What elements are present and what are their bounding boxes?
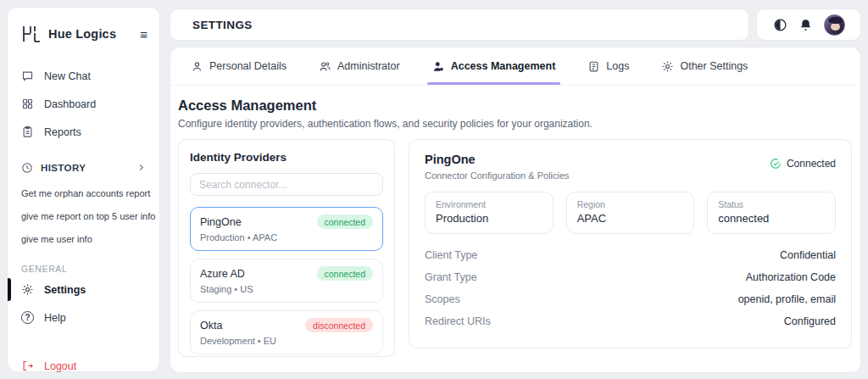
tab-label: Access Management [451, 60, 556, 72]
section-description: Configure identity providers, authentica… [178, 118, 852, 130]
dashboard-grid-icon [21, 98, 34, 110]
identity-providers-title: Identity Providers [190, 151, 383, 164]
detail-row-client-type: Client Type Confidential [425, 244, 836, 266]
sidebar-item-help[interactable]: ? Help [8, 304, 159, 332]
gear-icon [21, 283, 34, 296]
help-icon: ? [21, 311, 34, 324]
tab-label: Administrator [337, 60, 400, 72]
history-clock-icon[interactable] [773, 18, 787, 32]
connection-status: Connected [770, 158, 836, 170]
check-circle-icon [770, 158, 782, 170]
detail-label: Client Type [425, 249, 477, 261]
person-icon [191, 60, 203, 73]
sidebar-item-label: Settings [44, 284, 86, 296]
page-header: SETTINGS [170, 8, 749, 41]
app-title: Hue Logics [48, 27, 116, 41]
provider-name: PingOne [200, 216, 242, 228]
sidebar-header: Hue Logics ≡ [8, 8, 159, 52]
sidebar-item-label: Reports [44, 126, 81, 138]
info-value: APAC [577, 212, 684, 225]
tab-other-settings[interactable]: Other Settings [661, 47, 748, 85]
user-avatar[interactable] [824, 14, 845, 36]
provider-detail: Development • EU [200, 336, 373, 346]
history-chat-item[interactable]: give me user info [8, 227, 159, 250]
page-title: SETTINGS [170, 19, 253, 31]
logout-button[interactable]: Logout [8, 352, 159, 379]
logs-icon [587, 60, 600, 73]
tab-personal-details[interactable]: Personal Details [191, 47, 287, 85]
provider-name: Azure AD [200, 268, 245, 280]
info-card-status: Status connected [707, 192, 836, 234]
chevron-right-icon[interactable] [136, 163, 146, 174]
info-label: Environment [436, 199, 542, 209]
chat-icon [21, 70, 34, 82]
history-chat-item[interactable]: give me report on top 5 user info [8, 204, 159, 227]
gear-icon [661, 60, 674, 73]
section-title: Access Management [178, 98, 852, 114]
logout-icon [21, 359, 34, 372]
tab-label: Personal Details [209, 60, 287, 72]
bell-icon[interactable] [798, 18, 813, 32]
people-icon [319, 60, 331, 73]
person-gear-icon [432, 60, 445, 73]
history-chat-item[interactable]: Get me orphan accounts report [8, 181, 159, 204]
tab-logs[interactable]: Logs [587, 47, 629, 85]
info-value: Production [436, 212, 542, 225]
general-section-label: GENERAL [8, 259, 159, 276]
detail-label: Grant Type [425, 271, 477, 283]
identity-providers-panel: Identity Providers PingOne connected Pro… [178, 139, 395, 357]
header-actions [756, 8, 861, 41]
tab-label: Other Settings [680, 60, 748, 72]
detail-value: Confidential [780, 249, 836, 261]
settings-content: Personal Details Administrator Access Ma… [170, 47, 861, 373]
sidebar-item-label: New Chat [44, 70, 91, 82]
clock-icon [21, 162, 33, 174]
info-label: Region [577, 199, 684, 209]
connector-subtitle: Connector Configuration & Policies [425, 170, 570, 181]
connector-detail-panel: PingOne Connector Configuration & Polici… [409, 139, 852, 348]
sidebar-item-new-chat[interactable]: New Chat [8, 62, 159, 90]
info-card-environment: Environment Production [425, 192, 554, 234]
sidebar-item-reports[interactable]: Reports [8, 118, 159, 146]
status-badge: connected [317, 215, 373, 229]
detail-row-scopes: Scopes openid, profile, email [425, 288, 836, 310]
sidebar-item-dashboard[interactable]: Dashboard [8, 90, 159, 118]
connection-status-label: Connected [787, 158, 836, 170]
settings-tabs: Personal Details Administrator Access Ma… [170, 47, 860, 86]
status-badge: disconnected [305, 318, 373, 332]
info-card-region: Region APAC [566, 192, 695, 234]
provider-detail: Staging • US [200, 284, 373, 294]
provider-detail: Production • APAC [200, 232, 373, 242]
hue-logics-logo-icon [19, 23, 42, 45]
sidebar-history-header[interactable]: HISTORY [8, 154, 159, 181]
tab-label: Logs [606, 60, 629, 72]
detail-value: Authorization Code [746, 271, 836, 283]
sidebar-item-settings[interactable]: Settings [8, 276, 159, 304]
sidebar-item-label: Dashboard [44, 98, 96, 110]
clipboard-icon [21, 125, 34, 138]
detail-value: openid, profile, email [738, 293, 836, 305]
provider-card-azure-ad[interactable]: Azure AD connected Staging • US [190, 259, 383, 303]
provider-card-okta[interactable]: Okta disconnected Development • EU [190, 310, 383, 354]
detail-row-redirect-uris: Redirect URIs Configured [425, 310, 836, 332]
detail-label: Scopes [425, 293, 460, 305]
detail-row-grant-type: Grant Type Authorization Code [425, 266, 836, 288]
logout-label: Logout [44, 360, 76, 372]
provider-name: Okta [200, 320, 222, 332]
info-value: connected [718, 212, 825, 225]
history-label: HISTORY [41, 163, 86, 173]
tab-access-management[interactable]: Access Management [432, 47, 556, 85]
detail-label: Redirect URIs [425, 315, 491, 327]
search-connector-input[interactable] [190, 173, 383, 196]
status-badge: connected [317, 266, 373, 281]
hamburger-menu-icon[interactable]: ≡ [140, 28, 147, 41]
connector-name: PingOne [425, 153, 570, 166]
sidebar: Hue Logics ≡ New Chat Dashboard Reports … [7, 7, 160, 372]
info-label: Status [718, 199, 825, 209]
tab-administrator[interactable]: Administrator [319, 47, 400, 85]
provider-card-pingone[interactable]: PingOne connected Production • APAC [190, 207, 383, 251]
detail-value: Configured [784, 315, 836, 327]
sidebar-item-label: Help [44, 312, 66, 324]
